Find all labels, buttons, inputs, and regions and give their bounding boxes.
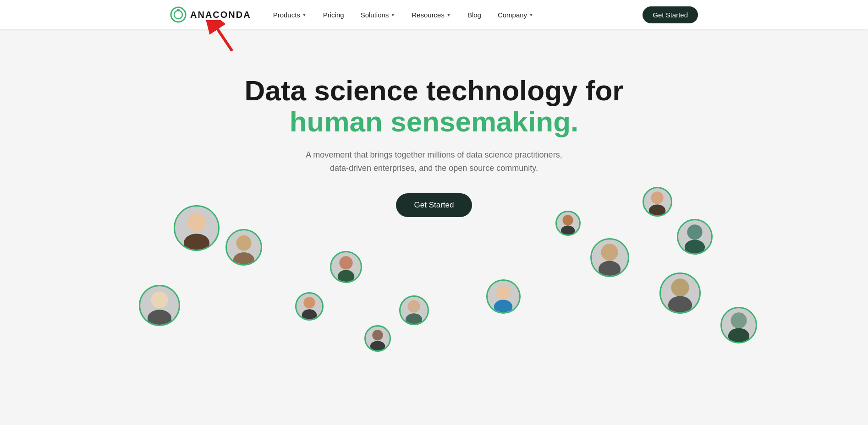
avatar-bubble-5 (330, 251, 362, 283)
hero-title-line2: human sensemaking. (245, 106, 624, 137)
avatar-bubble-6 (399, 295, 429, 325)
chevron-down-icon: ▼ (446, 12, 451, 17)
nav-get-started-button[interactable]: Get Started (643, 6, 698, 23)
svg-point-27 (671, 278, 689, 296)
hero-section: Data science technology for human sensem… (0, 0, 868, 425)
hero-get-started-button[interactable]: Get Started (396, 193, 472, 217)
svg-point-30 (370, 341, 385, 350)
avatar-bubble-12 (659, 272, 701, 314)
svg-point-7 (187, 212, 206, 231)
hero-subtitle: A movement that brings together millions… (245, 148, 624, 175)
svg-point-5 (236, 235, 252, 251)
svg-point-14 (337, 270, 354, 282)
logo-link[interactable]: ANACONDA (170, 6, 251, 23)
svg-point-10 (302, 309, 317, 319)
avatar-bubble-11 (677, 219, 713, 255)
chevron-down-icon: ▼ (529, 12, 533, 17)
svg-point-31 (731, 312, 747, 328)
nav-links: Products ▼ Pricing Solutions ▼ Resources… (266, 7, 643, 22)
svg-point-9 (303, 297, 315, 308)
svg-point-12 (148, 310, 171, 325)
avatar-bubble-4 (139, 285, 180, 326)
avatar-bubble-1 (225, 229, 262, 266)
svg-point-18 (494, 300, 512, 312)
nav-item-solutions[interactable]: Solutions ▼ (353, 7, 403, 22)
svg-point-6 (233, 252, 254, 264)
svg-point-24 (648, 204, 665, 215)
svg-point-13 (339, 256, 352, 269)
svg-point-22 (599, 261, 621, 276)
avatar-bubble-14 (720, 307, 757, 343)
svg-point-11 (151, 291, 168, 308)
svg-point-8 (184, 234, 209, 250)
chevron-down-icon: ▼ (390, 12, 395, 17)
svg-point-17 (496, 285, 510, 299)
anaconda-logo-icon (170, 6, 187, 23)
svg-point-26 (685, 240, 705, 253)
svg-point-29 (373, 330, 383, 340)
nav-item-company[interactable]: Company ▼ (490, 7, 541, 22)
nav-item-products[interactable]: Products ▼ (266, 7, 314, 22)
people-bubbles-area (0, 183, 868, 425)
avatar-bubble-2 (174, 205, 220, 251)
svg-point-21 (601, 244, 618, 261)
avatar-bubble-3 (295, 292, 324, 321)
hero-text-block: Data science technology for human sensem… (245, 75, 624, 217)
svg-point-16 (406, 313, 422, 324)
svg-point-23 (651, 191, 663, 204)
svg-point-28 (668, 296, 692, 312)
nav-item-resources[interactable]: Resources ▼ (404, 7, 458, 22)
svg-point-20 (561, 225, 575, 234)
logo-text: ANACONDA (190, 10, 251, 20)
hero-title-line1: Data science technology for (245, 75, 624, 106)
avatar-bubble-9 (590, 238, 629, 277)
nav-item-pricing[interactable]: Pricing (316, 7, 352, 22)
svg-point-32 (728, 328, 749, 342)
navbar: ANACONDA Products ▼ Pricing Solutions ▼ … (0, 0, 868, 29)
nav-item-blog[interactable]: Blog (460, 7, 489, 22)
avatar-bubble-13 (364, 325, 391, 352)
chevron-down-icon: ▼ (302, 12, 307, 17)
svg-point-25 (687, 224, 703, 240)
svg-point-1 (174, 11, 182, 19)
avatar-bubble-10 (643, 187, 672, 217)
svg-point-2 (177, 9, 180, 11)
avatar-bubble-7 (486, 279, 521, 314)
svg-point-15 (408, 300, 420, 312)
